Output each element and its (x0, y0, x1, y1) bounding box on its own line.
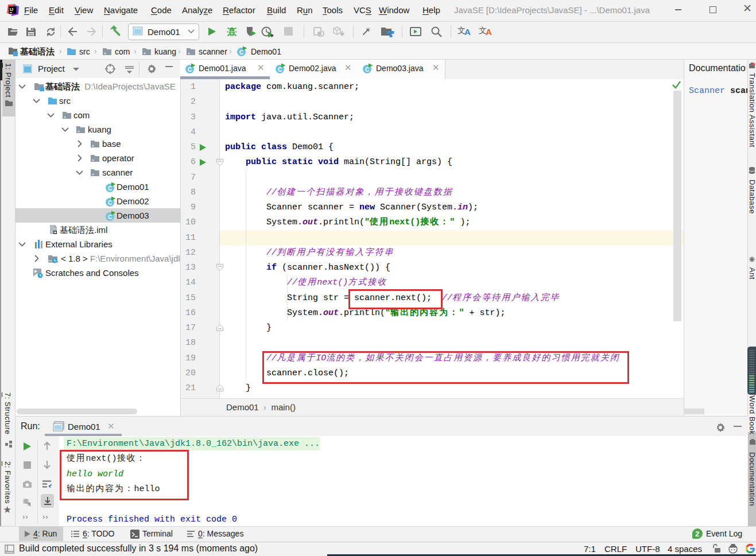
svg-text:IJ: IJ (10, 7, 13, 12)
